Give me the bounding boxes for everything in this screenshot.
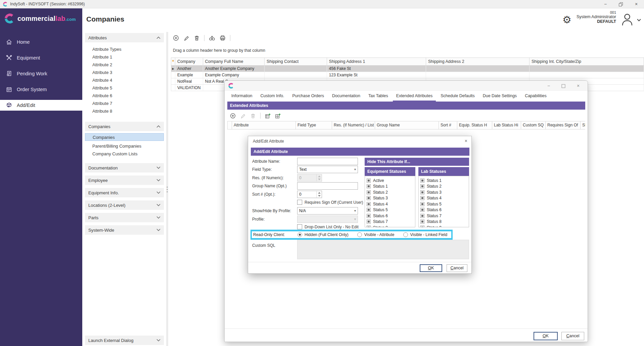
find-icon[interactable] — [209, 35, 215, 41]
tri-state-checkbox[interactable] — [420, 184, 424, 188]
sidebar-item-add-edit[interactable]: Add/Edit — [0, 100, 82, 111]
section-companies[interactable]: Companies — [85, 122, 164, 131]
column-header-shipping-contact[interactable]: Shipping Contact — [265, 58, 327, 66]
attribute-ok-button[interactable]: OK — [420, 264, 442, 272]
nav-item-parent-billing-companies[interactable]: Parent/Billing Companies — [85, 142, 164, 150]
add-icon[interactable] — [173, 35, 179, 41]
tri-state-checkbox[interactable] — [420, 190, 424, 194]
section-system-wide[interactable]: System-Wide — [85, 225, 164, 235]
tab-extended-attributes[interactable]: Extended Attributes — [393, 91, 436, 102]
column-header-shipping-address-2[interactable]: Shipping Address 2 — [426, 58, 529, 66]
column-header-sort[interactable]: Sort # — [439, 121, 457, 129]
window-close-button[interactable]: × — [629, 0, 644, 8]
nav-item-attribute-7[interactable]: Attribute 7 — [85, 100, 164, 107]
table-row[interactable]: Example Example Company 123 Example St — [171, 72, 644, 78]
list-item[interactable]: Status 8 — [365, 225, 415, 227]
radio-hidden-full-client-only[interactable] — [297, 232, 302, 237]
import-grid-icon[interactable] — [265, 113, 271, 119]
nav-item-attribute-types[interactable]: Attribute Types — [85, 45, 164, 53]
nav-item-attribute-8[interactable]: Attribute 8 — [85, 107, 164, 115]
list-item[interactable]: Status 6 — [419, 207, 469, 213]
section-employee[interactable]: Employee — [85, 176, 164, 185]
column-header-shipping-address-1[interactable]: Shipping Address 1 — [327, 58, 426, 66]
dropdown-only-checkbox[interactable] — [297, 224, 302, 229]
list-item[interactable]: Status 4 — [365, 201, 415, 207]
column-header-shipping-city-state-zip[interactable]: Shipping Int. City/State/Zip — [529, 58, 644, 66]
tri-state-checkbox[interactable] — [420, 179, 424, 183]
column-header-show[interactable]: Show — [581, 121, 585, 129]
tri-state-checkbox[interactable] — [420, 202, 424, 206]
tab-tax-tables[interactable]: Tax Tables — [365, 91, 392, 102]
tri-state-checkbox[interactable] — [367, 220, 371, 224]
window-restore-button[interactable] — [613, 0, 629, 8]
tri-state-checkbox[interactable] — [420, 196, 424, 200]
section-launch-external-dialog[interactable]: Launch External Dialog — [85, 336, 164, 345]
section-documentation[interactable]: Documentation — [85, 163, 164, 172]
add-icon[interactable] — [230, 113, 236, 119]
delete-icon-disabled[interactable] — [250, 113, 256, 119]
list-item[interactable]: Status 6 — [365, 213, 415, 219]
column-header-company-full-name[interactable]: Company Full Name — [203, 58, 265, 66]
dialog-ok-button[interactable]: OK — [534, 332, 558, 340]
stepper-arrows[interactable] — [316, 175, 322, 181]
list-item[interactable]: Status 4 — [419, 195, 469, 201]
tri-state-checkbox[interactable] — [367, 226, 371, 227]
column-header-attribute[interactable]: Attribute — [232, 121, 296, 129]
show-hide-by-profile-select[interactable]: N/A▾ — [297, 207, 358, 215]
tri-state-checkbox[interactable] — [367, 190, 371, 194]
section-parts[interactable]: Parts — [85, 213, 164, 222]
window-minimize-button[interactable]: − — [598, 0, 613, 8]
radio-visible-linked-field[interactable] — [403, 232, 408, 237]
column-header-equip-status[interactable]: Equip. Status H — [457, 121, 492, 129]
field-type-select[interactable]: Text▾ — [297, 166, 358, 173]
print-icon[interactable] — [220, 35, 226, 41]
nav-item-attribute-4[interactable]: Attribute 4 — [85, 76, 164, 84]
column-header-custom-sql[interactable]: Custom SQ — [521, 121, 546, 129]
edit-icon-disabled[interactable] — [240, 113, 246, 119]
user-menu-chevron-icon[interactable] — [636, 17, 642, 23]
dialog-cancel-button[interactable]: Cancel — [561, 332, 584, 340]
custom-sql-textarea-disabled[interactable] — [297, 240, 469, 259]
dialog-close-button[interactable]: × — [571, 81, 585, 90]
sidebar-item-equipment[interactable]: Equipment — [0, 53, 82, 63]
tab-documentation[interactable]: Documentation — [329, 91, 364, 102]
sidebar-item-pending-work[interactable]: Pending Work — [0, 69, 82, 79]
attribute-cancel-button[interactable]: Cancel — [447, 264, 467, 272]
sidebar-item-order-system[interactable]: Order System — [0, 84, 82, 94]
tab-due-date-settings[interactable]: Due Date Settings — [479, 91, 520, 102]
section-locations[interactable]: Locations (2-Level) — [85, 200, 164, 210]
table-row[interactable]: ▶ Another Another Example Company 456 Fa… — [171, 66, 644, 72]
column-header-requires-sign-off[interactable]: Requires Sign Of — [546, 121, 581, 129]
column-header-field-type[interactable]: Field Type — [296, 121, 332, 129]
nav-item-attribute-3[interactable]: Attribute 3 — [85, 69, 164, 76]
nav-item-attribute-2[interactable]: Attribute 2 — [85, 61, 164, 69]
list-item[interactable]: Status 3 — [419, 189, 469, 195]
tab-schedule-defaults[interactable]: Schedule Defaults — [437, 91, 478, 102]
list-item[interactable]: Status 1 — [419, 178, 469, 184]
dialog-minimize-button[interactable]: − — [542, 81, 555, 90]
attribute-name-input[interactable] — [297, 158, 358, 165]
nav-item-company-custom-lists[interactable]: Company Custom Lists — [85, 150, 164, 158]
list-item[interactable]: Status 2 — [419, 184, 469, 190]
list-item[interactable]: Status 5 — [419, 201, 469, 207]
attribute-dialog-close-button[interactable]: × — [465, 138, 467, 144]
tri-state-checkbox[interactable] — [420, 220, 424, 224]
edit-icon[interactable] — [183, 35, 189, 41]
tab-capabilities[interactable]: Capabilities — [521, 91, 550, 102]
tab-purchase-orders[interactable]: Purchase Orders — [289, 91, 327, 102]
tri-state-checkbox[interactable] — [367, 184, 371, 188]
export-grid-icon[interactable] — [275, 113, 281, 119]
column-header-group-name[interactable]: Group Name — [375, 121, 439, 129]
nav-item-companies[interactable]: Companies — [85, 133, 164, 141]
nav-item-attribute-5[interactable]: Attribute 5 — [85, 84, 164, 92]
res-if-numeric-stepper[interactable]: 0 — [297, 174, 322, 182]
sort-number-stepper[interactable]: 0 — [297, 191, 322, 198]
list-item[interactable]: Status 7 — [419, 213, 469, 219]
stepper-arrows[interactable] — [316, 191, 322, 198]
radio-visible-attribute[interactable] — [357, 232, 362, 237]
list-item[interactable]: Status 7 — [365, 219, 415, 225]
tri-state-checkbox[interactable] — [367, 208, 371, 212]
tab-information[interactable]: Information — [228, 91, 256, 102]
avatar-icon[interactable] — [620, 12, 634, 27]
dialog-maximize-button[interactable] — [557, 81, 570, 90]
